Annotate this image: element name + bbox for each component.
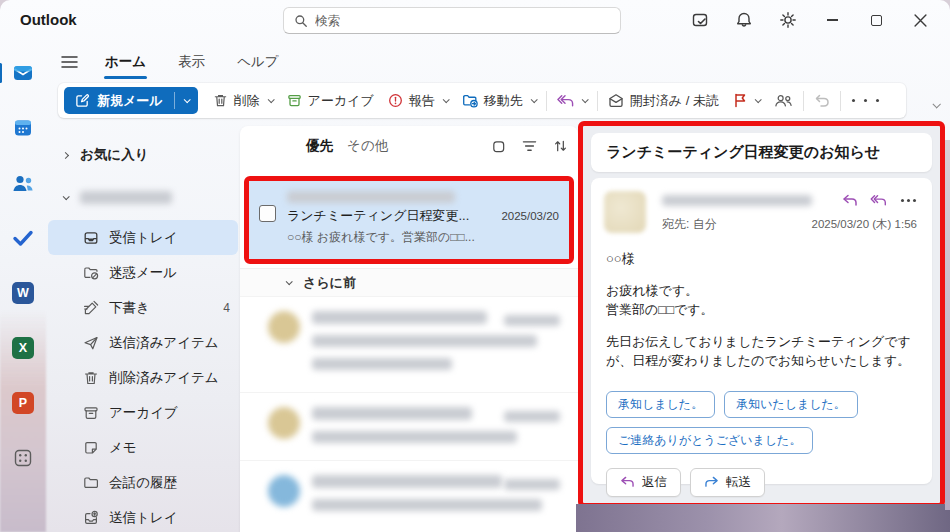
suggested-replies: 承知しました。 承知いたしました。 ご連絡ありがとうございました。 bbox=[606, 391, 917, 454]
group-header-older[interactable]: さらに前 bbox=[240, 268, 578, 296]
delete-label: 削除 bbox=[234, 92, 260, 110]
hamburger-icon[interactable] bbox=[52, 48, 86, 76]
appbar-word-icon[interactable]: W bbox=[6, 276, 40, 310]
forward-button[interactable]: 転送 bbox=[690, 468, 765, 497]
search-input[interactable] bbox=[315, 14, 610, 28]
more-options-icon[interactable] bbox=[899, 199, 917, 202]
favorites-section[interactable]: お気に入り bbox=[48, 140, 238, 170]
tab-home[interactable]: ホーム bbox=[92, 48, 159, 76]
folder-archive[interactable]: アーカイブ bbox=[48, 395, 238, 430]
appbar-people-icon[interactable] bbox=[6, 166, 40, 200]
folder-notes[interactable]: メモ bbox=[48, 430, 238, 465]
selected-email-item[interactable]: ランチミーティング日程変更... 2025/03/20 ○○様 お疲れ様です。営… bbox=[249, 181, 569, 259]
note-icon bbox=[82, 440, 99, 456]
folder-conversation-history[interactable]: 会話の履歴 bbox=[48, 465, 238, 500]
folder-inbox[interactable]: 受信トレイ bbox=[48, 220, 238, 255]
new-mail-dropdown[interactable] bbox=[175, 87, 198, 114]
reply-icon[interactable] bbox=[842, 194, 858, 207]
folder-deleted[interactable]: 削除済みアイテム bbox=[48, 360, 238, 395]
appbar-more-apps-icon[interactable] bbox=[6, 441, 40, 475]
app-title: Outlook bbox=[20, 11, 77, 28]
chevron-down-icon bbox=[183, 96, 190, 103]
folder-label: アーカイブ bbox=[109, 404, 178, 422]
reply-all-button[interactable] bbox=[550, 90, 594, 112]
collapse-ribbon-icon[interactable] bbox=[933, 94, 939, 112]
quick-reply-chip[interactable]: 承知しました。 bbox=[606, 391, 715, 418]
new-mail-button[interactable]: 新規メール bbox=[64, 87, 198, 114]
tab-other[interactable]: その他 bbox=[347, 137, 388, 155]
search-box[interactable] bbox=[283, 7, 621, 34]
folder-outbox[interactable]: 送信トレイ bbox=[48, 500, 238, 532]
outbox-icon bbox=[82, 510, 99, 526]
message-list-header: 優先 その他 bbox=[240, 126, 578, 166]
appbar-calendar-icon[interactable] bbox=[6, 111, 40, 145]
myday-icon[interactable] bbox=[678, 0, 722, 40]
reply-all-icon[interactable] bbox=[870, 194, 887, 207]
account-name-redacted bbox=[80, 191, 172, 204]
close-button[interactable] bbox=[898, 0, 942, 40]
email-item-redacted[interactable] bbox=[240, 392, 578, 460]
tab-focused[interactable]: 優先 bbox=[306, 137, 333, 155]
tab-view[interactable]: 表示 bbox=[165, 48, 218, 76]
read-unread-button[interactable]: 開封済み / 未読 bbox=[601, 88, 726, 114]
message-list: 優先 その他 ランチミーティング日程 bbox=[240, 126, 578, 532]
email-preview: ○○様 お疲れ様です。営業部の□□... bbox=[287, 229, 559, 246]
chevron-down-icon bbox=[530, 96, 537, 103]
desktop-wallpaper-edge bbox=[945, 140, 950, 510]
minimize-button[interactable] bbox=[810, 0, 854, 40]
chevron-down-icon bbox=[581, 96, 588, 103]
sender-avatar-redacted bbox=[604, 191, 646, 233]
avatar bbox=[268, 407, 300, 439]
bell-icon[interactable] bbox=[722, 0, 766, 40]
archive-button[interactable]: アーカイブ bbox=[280, 88, 381, 114]
date-redacted bbox=[504, 315, 560, 326]
appbar-mail-icon[interactable] bbox=[6, 56, 40, 90]
report-button[interactable]: 報告 bbox=[381, 88, 455, 114]
quick-reply-chip[interactable]: 承知いたしました。 bbox=[724, 391, 858, 418]
undo-icon bbox=[814, 93, 830, 108]
message-card: 宛先: 自分 2025/03/20 (木) 1:56 ○○様 お疲れ様です。 営… bbox=[591, 178, 932, 484]
date-redacted bbox=[504, 411, 560, 422]
email-checkbox[interactable] bbox=[259, 205, 276, 222]
to-line: 宛先: 自分 bbox=[662, 216, 717, 233]
favorites-label: お気に入り bbox=[80, 146, 148, 164]
flag-icon bbox=[733, 93, 747, 108]
message-datetime: 2025/03/20 (木) 1:56 bbox=[812, 217, 918, 232]
email-item-redacted[interactable] bbox=[240, 460, 578, 530]
more-options-button[interactable] bbox=[844, 95, 888, 106]
toolbar: 新規メール 削除 アーカイブ 報告 bbox=[58, 83, 906, 118]
chevron-down-icon bbox=[286, 278, 293, 285]
flag-button[interactable] bbox=[726, 89, 767, 112]
folder-label: 送信済みアイテム bbox=[109, 334, 219, 352]
groups-button[interactable] bbox=[767, 89, 800, 112]
folder-label: 迷惑メール bbox=[109, 264, 177, 282]
move-to-button[interactable]: 移動先 bbox=[455, 88, 543, 114]
group-header-label: さらに前 bbox=[303, 274, 356, 292]
folder-drafts[interactable]: 下書き 4 bbox=[48, 290, 238, 325]
folder-sent[interactable]: 送信済みアイテム bbox=[48, 325, 238, 360]
folder-junk[interactable]: 迷惑メール bbox=[48, 255, 238, 290]
reply-button[interactable]: 返信 bbox=[606, 468, 681, 497]
select-messages-icon[interactable] bbox=[491, 139, 506, 154]
account-section[interactable] bbox=[48, 182, 238, 212]
quick-reply-chip[interactable]: ご連絡ありがとうございました。 bbox=[606, 427, 813, 454]
sort-icon[interactable] bbox=[553, 139, 568, 153]
date-redacted bbox=[504, 479, 560, 490]
archive-icon bbox=[287, 93, 302, 108]
appbar-todo-icon[interactable] bbox=[6, 221, 40, 255]
filter-icon[interactable] bbox=[522, 140, 537, 152]
appbar-powerpoint-icon[interactable]: P bbox=[6, 386, 40, 420]
tab-help[interactable]: ヘルプ bbox=[224, 48, 291, 76]
avatar bbox=[268, 475, 300, 507]
annotation-box-reading-pane: ランチミーティング日程変更のお知らせ bbox=[578, 121, 945, 508]
delete-button[interactable]: 削除 bbox=[206, 88, 280, 114]
archive-label: アーカイブ bbox=[308, 92, 374, 110]
undo-button[interactable] bbox=[807, 89, 837, 112]
drafts-pencil-icon bbox=[82, 300, 99, 316]
maximize-button[interactable] bbox=[854, 0, 898, 40]
gear-icon[interactable] bbox=[766, 0, 810, 40]
appbar-excel-icon[interactable]: X bbox=[6, 331, 40, 365]
folder-label: メモ bbox=[109, 439, 137, 457]
folder-label: 会話の履歴 bbox=[109, 474, 177, 492]
email-item-redacted[interactable] bbox=[240, 296, 578, 392]
